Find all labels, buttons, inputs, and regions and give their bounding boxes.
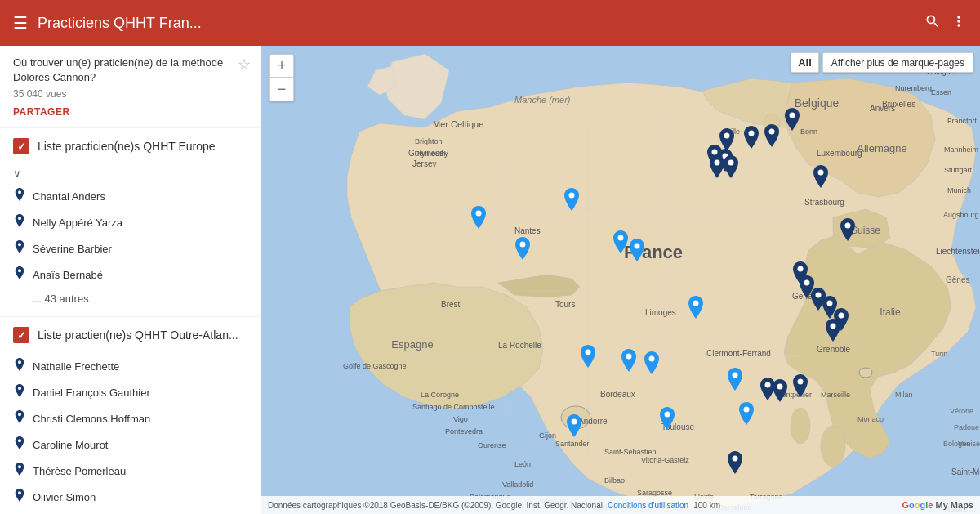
svg-text:Pontevedra: Pontevedra [445,427,483,436]
google-maps-logo: Google My Maps [902,500,973,510]
svg-point-106 [744,407,750,413]
svg-text:Jersey: Jersey [412,159,436,168]
svg-text:Vigo: Vigo [453,415,468,423]
europe-section-header[interactable]: Liste practicien(ne)s QHHT Europe [0,128,261,164]
list-item[interactable]: Anaïs Bernabé [0,261,261,288]
list-item[interactable]: Nelly Appéré Yarza [0,209,261,235]
europe-more[interactable]: ... 43 autres [0,288,261,310]
svg-text:Santiago de Compostelle: Santiago de Compostelle [412,403,495,411]
list-item[interactable]: Caroline Mourot [0,431,261,458]
svg-point-110 [845,223,851,229]
svg-text:Andorre: Andorre [578,417,608,426]
outre-section: Liste practien(ne)s QHHT Outre-Atlan... … [0,317,261,514]
svg-text:Valladolid: Valladolid [502,480,533,489]
svg-point-81 [712,150,718,155]
svg-text:Augsbourg: Augsbourg [943,211,979,219]
svg-text:La Rochelle: La Rochelle [498,341,541,350]
share-button[interactable]: PARTAGER [13,106,247,118]
svg-point-101 [765,382,771,388]
svg-text:Bonn: Bonn [800,127,817,136]
svg-text:Monaco: Monaco [858,415,884,423]
svg-text:Mer Celtique: Mer Celtique [433,119,483,129]
svg-point-104 [665,412,670,418]
pin-icon [13,240,26,257]
svg-text:Tours: Tours [555,300,575,309]
svg-point-78 [724,133,730,139]
sidebar: ☆ Où trouver un(e) praticien(ne) de la m… [0,46,261,514]
svg-text:Francfort: Francfort [947,117,978,125]
outre-checkbox[interactable] [13,327,29,343]
bookmark-button[interactable]: Afficher plus de marque-pages [822,52,973,73]
app-header: ☰ Practiciens QHHT Fran... [0,0,980,46]
svg-text:Limoges: Limoges [645,308,676,317]
svg-point-4 [791,408,810,444]
svg-point-91 [798,266,804,272]
pin-icon [13,188,26,204]
list-item[interactable]: Daniel François Gauthier [0,379,261,405]
svg-text:Golfe de Gascogne: Golfe de Gascogne [343,362,407,370]
svg-point-107 [733,456,738,462]
svg-text:Allemagne: Allemagne [857,142,906,154]
svg-point-100 [733,373,738,378]
more-icon[interactable] [951,13,967,34]
list-item[interactable]: Luc Therrien [0,510,261,514]
list-item-label: Daniel François Gauthier [33,387,150,399]
svg-point-96 [831,324,836,329]
svg-text:Gijon: Gijon [539,431,556,440]
europe-section-title: Liste practicien(ne)s QHHT Europe [38,140,216,153]
svg-text:Plymouth: Plymouth [415,150,446,158]
bookmark-icon[interactable]: ☆ [238,56,251,74]
app-title: Practiciens QHHT Fran... [38,15,915,32]
svg-text:Santander: Santander [555,440,590,448]
map-area[interactable]: France Belgique Allemagne Suisse Espagne… [261,46,980,514]
svg-text:Vérone: Vérone [950,407,973,415]
main-layout: ☆ Où trouver un(e) praticien(ne) de la m… [0,46,980,514]
svg-text:Saint-Marin: Saint-Marin [951,467,980,476]
svg-point-83 [715,160,720,166]
svg-text:Bologne: Bologne [943,440,970,448]
svg-text:Liechtenstein: Liechtenstein [936,247,980,256]
pin-icon [13,358,26,374]
svg-point-80 [769,129,775,135]
outre-section-header[interactable]: Liste practien(ne)s QHHT Outre-Atlan... [0,317,261,353]
svg-point-109 [693,301,699,306]
svg-text:Grenoble: Grenoble [817,345,851,354]
list-item[interactable]: Séverine Barbier [0,235,261,261]
zoom-in-button[interactable]: + [270,55,293,78]
svg-point-99 [649,356,655,362]
svg-text:Ourense: Ourense [478,441,506,449]
europe-checkbox[interactable] [13,138,29,154]
europe-items: Chantal Anders Nelly Appéré Yarza Séveri… [0,183,261,316]
svg-point-105 [572,419,577,425]
svg-point-89 [635,244,640,249]
list-item[interactable]: Nathalie Frechette [0,353,261,379]
map-all-label: All [791,52,819,73]
list-item[interactable]: Olivier Simon [0,484,261,510]
svg-text:Brest: Brest [441,300,461,309]
svg-text:Manche (mer): Manche (mer) [514,95,571,105]
menu-icon[interactable]: ☰ [13,13,28,33]
svg-point-94 [827,301,833,306]
map-svg: France Belgique Allemagne Suisse Espagne… [261,46,980,514]
svg-point-79 [749,131,755,136]
svg-point-84 [728,160,734,166]
svg-text:Belgique: Belgique [795,96,840,110]
terms-link[interactable]: Conditions d'utilisation [608,501,688,510]
list-item[interactable]: Christi Clemons Hoffman [0,405,261,431]
list-item[interactable]: Thérèse Pomerleau [0,458,261,484]
list-item[interactable]: Chantal Anders [0,183,261,209]
svg-point-86 [569,193,575,199]
list-item-label: Nelly Appéré Yarza [33,217,122,229]
svg-text:Italie: Italie [880,306,901,318]
europe-toggle[interactable]: ∨ [0,164,261,183]
svg-text:Milan: Milan [895,391,913,399]
search-icon[interactable] [924,13,941,34]
sidebar-info-title: Où trouver un(e) praticien(ne) de la mét… [13,56,247,85]
list-item-label: Anaïs Bernabé [33,269,103,281]
svg-text:Gênes: Gênes [946,275,969,284]
zoom-out-button[interactable]: − [270,78,293,101]
pin-icon [13,489,26,505]
svg-point-88 [618,235,624,241]
outre-section-title: Liste practien(ne)s QHHT Outre-Atlan... [38,329,238,342]
svg-text:Luxembourg: Luxembourg [817,149,862,158]
